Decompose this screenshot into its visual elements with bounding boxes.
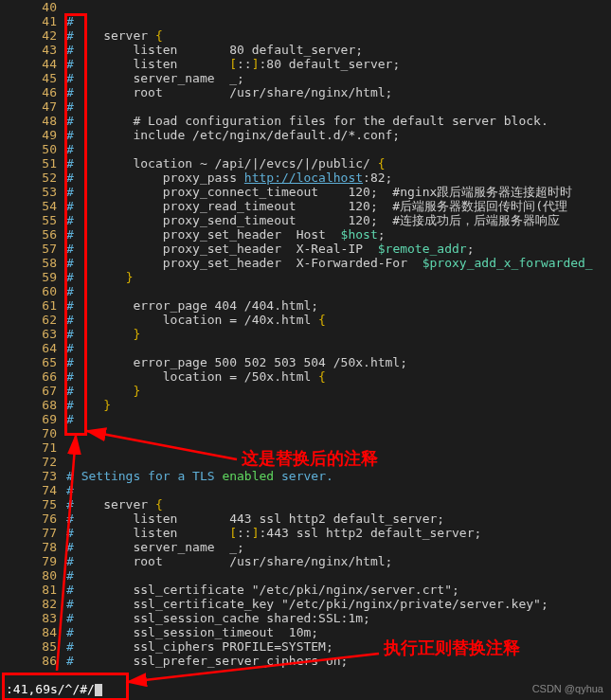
- code-content: [66, 426, 611, 440]
- code-line[interactable]: 50#: [0, 142, 611, 156]
- vim-command-line[interactable]: :41,69s/^/#/: [6, 682, 102, 696]
- code-line[interactable]: 76# listen 443 ssl http2 default_server;: [0, 512, 611, 526]
- code-content: # listen [::]:80 default_server;: [66, 57, 611, 71]
- line-number: 79: [0, 554, 66, 568]
- code-line[interactable]: 40: [0, 0, 611, 14]
- line-number: 78: [0, 540, 66, 554]
- line-number: 82: [0, 597, 66, 611]
- code-line[interactable]: 63# }: [0, 327, 611, 341]
- code-line[interactable]: 45# server_name _;: [0, 71, 611, 85]
- code-content: # proxy_read_timeout 120; #后端服务器数据回传时间(代…: [66, 199, 611, 213]
- code-line[interactable]: 75# server {: [0, 497, 611, 512]
- code-line[interactable]: 59# }: [0, 270, 611, 284]
- code-line[interactable]: 69#: [0, 412, 611, 426]
- code-line[interactable]: 65# error_page 500 502 503 504 /50x.html…: [0, 355, 611, 369]
- code-content: # }: [66, 327, 611, 341]
- line-number: 63: [0, 327, 66, 341]
- code-content: #: [66, 412, 611, 426]
- line-number: 68: [0, 398, 66, 412]
- line-number: 54: [0, 199, 66, 213]
- line-number: 81: [0, 583, 66, 597]
- code-content: # # Load configuration files for the def…: [66, 114, 611, 128]
- line-number: 57: [0, 242, 66, 256]
- code-line[interactable]: 82# ssl_certificate_key "/etc/pki/nginx/…: [0, 597, 611, 611]
- code-line[interactable]: 70: [0, 426, 611, 440]
- line-number: 66: [0, 369, 66, 384]
- line-number: 86: [0, 654, 66, 668]
- code-content: # }: [66, 384, 611, 398]
- code-content: # server {: [66, 28, 611, 43]
- code-content: # listen 80 default_server;: [66, 43, 611, 57]
- line-number: 40: [0, 0, 66, 14]
- code-content: # ssl_certificate_key "/etc/pki/nginx/pr…: [66, 597, 611, 611]
- code-line[interactable]: 57# proxy_set_header X-Real-IP $remote_a…: [0, 242, 611, 256]
- code-line[interactable]: 64#: [0, 341, 611, 355]
- code-line[interactable]: 44# listen [::]:80 default_server;: [0, 57, 611, 71]
- code-line[interactable]: 81# ssl_certificate "/etc/pki/nginx/serv…: [0, 583, 611, 597]
- code-line[interactable]: 47#: [0, 99, 611, 114]
- code-line[interactable]: 68# }: [0, 398, 611, 412]
- code-line[interactable]: 83# ssl_session_cache shared:SSL:1m;: [0, 611, 611, 625]
- code-line[interactable]: 58# proxy_set_header X-Forwarded-For $pr…: [0, 256, 611, 270]
- code-line[interactable]: 80#: [0, 568, 611, 583]
- code-content: # ssl_session_timeout 10m;: [66, 625, 611, 639]
- line-number: 49: [0, 128, 66, 142]
- code-line[interactable]: 46# root /usr/share/nginx/html;: [0, 85, 611, 99]
- line-number: 69: [0, 412, 66, 426]
- code-line[interactable]: 62# location = /40x.html {: [0, 313, 611, 327]
- line-number: 43: [0, 43, 66, 57]
- code-content: # error_page 500 502 503 504 /50x.html;: [66, 355, 611, 369]
- line-number: 72: [0, 455, 66, 469]
- code-line[interactable]: 60#: [0, 284, 611, 298]
- line-number: 80: [0, 568, 66, 583]
- code-line[interactable]: 43# listen 80 default_server;: [0, 43, 611, 57]
- code-content: # server_name _;: [66, 71, 611, 85]
- code-content: # proxy_pass http://localhost:82;: [66, 171, 611, 185]
- cursor: [95, 684, 102, 696]
- code-content: #: [66, 568, 611, 583]
- line-number: 84: [0, 625, 66, 639]
- code-line[interactable]: 73# Settings for a TLS enabled server.: [0, 469, 611, 483]
- code-content: # location = /40x.html {: [66, 313, 611, 327]
- code-line[interactable]: 61# error_page 404 /404.html;: [0, 298, 611, 313]
- code-content: # Settings for a TLS enabled server.: [66, 469, 611, 483]
- annotation-regex-replace: 执行正则替换注释: [384, 637, 520, 659]
- code-line[interactable]: 52# proxy_pass http://localhost:82;: [0, 171, 611, 185]
- code-line[interactable]: 67# }: [0, 384, 611, 398]
- code-line[interactable]: 77# listen [::]:443 ssl http2 default_se…: [0, 526, 611, 540]
- vim-command-text: :41,69s/^/#/: [6, 682, 95, 696]
- code-content: # proxy_set_header X-Real-IP $remote_add…: [66, 242, 611, 256]
- code-line[interactable]: 48# # Load configuration files for the d…: [0, 114, 611, 128]
- code-content: # server_name _;: [66, 540, 611, 554]
- code-line[interactable]: 56# proxy_set_header Host $host;: [0, 227, 611, 242]
- code-line[interactable]: 66# location = /50x.html {: [0, 369, 611, 384]
- code-content: # error_page 404 /404.html;: [66, 298, 611, 313]
- code-line[interactable]: 49# include /etc/nginx/default.d/*.conf;: [0, 128, 611, 142]
- code-content: # server {: [66, 497, 611, 512]
- code-editor[interactable]: 4041#42# server {43# listen 80 default_s…: [0, 0, 611, 700]
- code-content: #: [66, 284, 611, 298]
- code-content: # location ~ /api/|/evcs/|/public/ {: [66, 156, 611, 171]
- code-line[interactable]: 79# root /usr/share/nginx/html;: [0, 554, 611, 568]
- code-line[interactable]: 55# proxy_send_timeout 120; #连接成功后，后端服务器…: [0, 213, 611, 227]
- code-line[interactable]: 42# server {: [0, 28, 611, 43]
- code-content: #: [66, 99, 611, 114]
- code-line[interactable]: 51# location ~ /api/|/evcs/|/public/ {: [0, 156, 611, 171]
- line-number: 73: [0, 469, 66, 483]
- code-line[interactable]: 53# proxy_connect_timeout 120; #nginx跟后端…: [0, 185, 611, 199]
- code-line[interactable]: 74#: [0, 483, 611, 497]
- code-line[interactable]: 41#: [0, 14, 611, 28]
- line-number: 52: [0, 171, 66, 185]
- line-number: 59: [0, 270, 66, 284]
- line-number: 77: [0, 526, 66, 540]
- code-line[interactable]: 78# server_name _;: [0, 540, 611, 554]
- code-content: # proxy_connect_timeout 120; #nginx跟后端服务…: [66, 185, 611, 199]
- code-content: # ssl_ciphers PROFILE=SYSTEM;: [66, 639, 611, 654]
- code-content: # listen [::]:443 ssl http2 default_serv…: [66, 526, 611, 540]
- line-number: 60: [0, 284, 66, 298]
- line-number: 55: [0, 213, 66, 227]
- code-line[interactable]: 54# proxy_read_timeout 120; #后端服务器数据回传时间…: [0, 199, 611, 213]
- code-content: # ssl_session_cache shared:SSL:1m;: [66, 611, 611, 625]
- code-content: # listen 443 ssl http2 default_server;: [66, 512, 611, 526]
- code-content: # proxy_send_timeout 120; #连接成功后，后端服务器响应: [66, 213, 611, 227]
